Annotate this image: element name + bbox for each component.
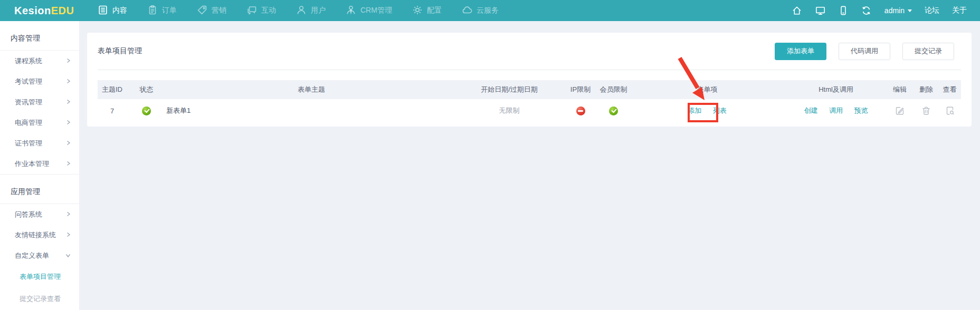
sidebar-item-course-system[interactable]: 课程系统 — [0, 51, 79, 71]
monitor-icon[interactable] — [815, 5, 826, 16]
menu-item-label: 用户 — [311, 6, 326, 15]
menu-item-label: 互动 — [261, 6, 276, 15]
table-header-row: 主题ID 状态 表单主题 开始日期/过期日期 IP限制 会员限制 表单项 Htm… — [98, 80, 961, 99]
card-header: 表单项目管理 添加表单 代码调用 提交记录 — [98, 33, 961, 70]
clipboard-icon — [147, 5, 158, 17]
ip-restricted-icon — [576, 106, 585, 115]
home-icon[interactable] — [792, 5, 802, 16]
cell-topic-id: 7 — [98, 99, 127, 122]
top-navbar: KesionEDU 内容 订单 — [0, 0, 980, 21]
sidebar-item-ecommerce-management[interactable]: 电商管理 — [0, 112, 79, 133]
forum-link[interactable]: 论坛 — [925, 6, 939, 15]
tag-icon — [197, 5, 207, 17]
menu-item-interaction[interactable]: 互动 — [246, 5, 276, 17]
menu-item-label: 营销 — [212, 6, 226, 15]
col-header-member-limit: 会员限制 — [599, 80, 628, 99]
col-header-status: 状态 — [127, 80, 166, 99]
cell-view — [938, 99, 961, 122]
sidebar-item-label: 问答系统 — [15, 210, 42, 219]
cell-delete — [914, 99, 938, 122]
sidebar: 内容管理 课程系统 考试管理 资讯管理 电商管理 证书管理 — [0, 21, 79, 310]
sidebar-item-label: 作业本管理 — [15, 159, 49, 169]
col-header-ip-limit: IP限制 — [562, 80, 599, 99]
forms-table: 主题ID 状态 表单主题 开始日期/过期日期 IP限制 会员限制 表单项 Htm… — [98, 80, 961, 122]
col-header-dates: 开始日期/过期日期 — [456, 80, 562, 99]
refresh-icon[interactable] — [861, 5, 872, 16]
menu-item-label: 内容 — [112, 6, 127, 15]
html-create-link[interactable]: 创建 — [804, 106, 817, 114]
cell-date-limit: 无限制 — [456, 99, 562, 122]
chevron-right-icon — [66, 57, 71, 65]
sidebar-item-label: 课程系统 — [15, 56, 42, 66]
sidebar-item-label: 自定义表单 — [15, 251, 49, 260]
menu-item-label: 订单 — [162, 6, 177, 15]
sidebar-item-news-management[interactable]: 资讯管理 — [0, 92, 79, 112]
about-link[interactable]: 关于 — [952, 6, 967, 15]
chevron-right-icon — [66, 98, 71, 106]
cell-ip-limit — [562, 99, 599, 122]
logo-part2: EDU — [51, 5, 74, 16]
chevron-right-icon — [66, 210, 71, 218]
edit-icon[interactable] — [895, 106, 905, 115]
page-title: 表单项目管理 — [98, 46, 142, 56]
user-dropdown[interactable]: admin — [884, 6, 912, 15]
member-allowed-icon — [609, 106, 618, 115]
sidebar-item-label: 电商管理 — [15, 118, 42, 128]
mobile-icon[interactable] — [839, 5, 848, 16]
col-header-subject: 表单主题 — [166, 80, 456, 99]
menu-item-settings[interactable]: 配置 — [412, 5, 442, 17]
cell-form-items: 添加 列表 — [628, 99, 786, 122]
sidebar-item-qa-system[interactable]: 问答系统 — [0, 204, 79, 225]
add-form-button[interactable]: 添加表单 — [775, 43, 826, 60]
sidebar-item-exam-management[interactable]: 考试管理 — [0, 71, 79, 92]
sidebar-section-title: 应用管理 — [0, 175, 79, 204]
main-content: 表单项目管理 添加表单 代码调用 提交记录 主题ID 状态 — [79, 21, 980, 310]
chevron-down-icon — [908, 9, 912, 12]
sidebar-item-custom-forms[interactable]: 自定义表单 — [0, 245, 79, 266]
document-icon — [98, 5, 108, 17]
chat-icon — [246, 5, 257, 17]
cell-member-limit — [599, 99, 628, 122]
form-item-add-link[interactable]: 添加 — [688, 106, 701, 114]
view-icon[interactable] — [945, 106, 955, 115]
user-icon — [296, 5, 307, 17]
sidebar-section-content: 内容管理 课程系统 考试管理 资讯管理 电商管理 证书管理 — [0, 21, 79, 174]
col-header-delete: 删除 — [914, 80, 938, 99]
sidebar-subitem-form-project-management[interactable]: 表单项目管理 — [0, 266, 79, 288]
chevron-right-icon — [66, 119, 71, 127]
status-enabled-icon — [142, 106, 151, 115]
menu-item-marketing[interactable]: 营销 — [197, 5, 226, 17]
delete-icon[interactable] — [921, 106, 931, 115]
menu-item-cloud[interactable]: 云服务 — [462, 5, 499, 17]
html-preview-link[interactable]: 预览 — [854, 106, 868, 114]
sidebar-item-certificate-management[interactable]: 证书管理 — [0, 133, 79, 153]
sidebar-section-title: 内容管理 — [0, 21, 79, 51]
sidebar-item-label: 友情链接系统 — [15, 230, 56, 240]
html-invoke-link[interactable]: 调用 — [829, 106, 843, 114]
crm-user-icon — [346, 5, 356, 17]
navbar-right: admin 论坛 关于 — [792, 0, 967, 21]
toolbar: 添加表单 代码调用 提交记录 — [775, 43, 954, 60]
form-item-list-link[interactable]: 列表 — [713, 106, 727, 114]
logo-part1: Kesion — [14, 5, 51, 16]
menu-item-content[interactable]: 内容 — [98, 5, 127, 17]
chevron-right-icon — [66, 139, 71, 147]
sidebar-item-links-system[interactable]: 友情链接系统 — [0, 225, 79, 245]
sidebar-item-label: 资讯管理 — [15, 98, 42, 107]
code-invoke-button[interactable]: 代码调用 — [839, 43, 890, 60]
menu-item-users[interactable]: 用户 — [296, 5, 326, 17]
content-card: 表单项目管理 添加表单 代码调用 提交记录 主题ID 状态 — [87, 33, 972, 127]
cloud-icon — [462, 5, 472, 17]
col-header-topic-id: 主题ID — [98, 80, 127, 99]
menu-item-orders[interactable]: 订单 — [147, 5, 177, 17]
cell-html-invoke: 创建 调用 预览 — [786, 99, 886, 122]
gear-icon — [412, 5, 423, 17]
menu-item-crm[interactable]: CRM管理 — [346, 5, 392, 17]
sidebar-item-workbook-management[interactable]: 作业本管理 — [0, 153, 79, 174]
col-header-form-items: 表单项 — [628, 80, 786, 99]
sidebar-subitem-submission-records[interactable]: 提交记录查看 — [0, 288, 79, 310]
submission-records-button[interactable]: 提交记录 — [902, 43, 954, 60]
cell-edit — [886, 99, 914, 122]
menu-item-label: CRM管理 — [360, 6, 392, 15]
chevron-right-icon — [66, 78, 71, 85]
